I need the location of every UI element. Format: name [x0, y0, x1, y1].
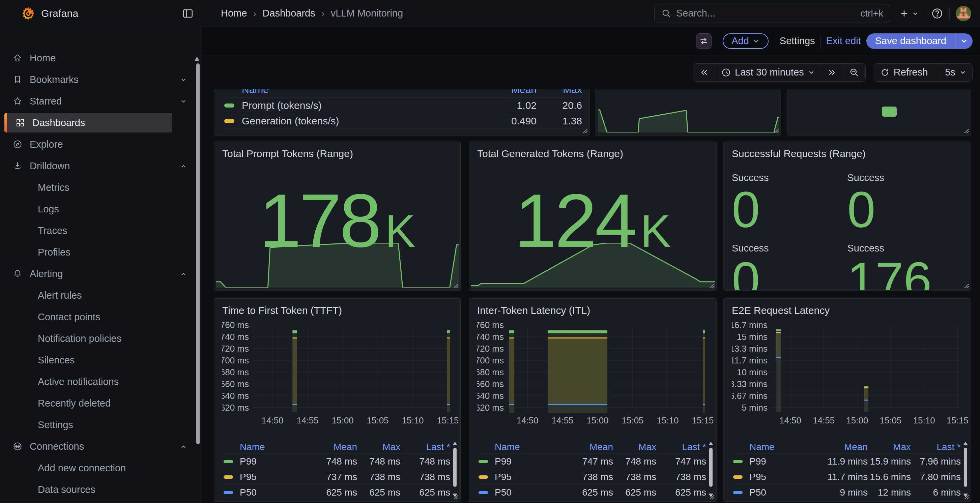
scroll-thumb[interactable]	[964, 448, 967, 487]
refresh-button[interactable]: Refresh	[874, 64, 938, 81]
legend-scrollbar[interactable]	[963, 442, 968, 497]
panel-successful-requests[interactable]: Successful Requests (Range) Success 0 Su…	[723, 141, 971, 290]
sidebar-item-home[interactable]: Home	[0, 47, 202, 69]
breadcrumb-dashboards[interactable]: Dashboards	[262, 8, 315, 19]
sidebar-collapse-icon[interactable]	[182, 8, 194, 19]
scroll-thumb[interactable]	[709, 448, 713, 487]
panel-top-middle-chart[interactable]	[595, 89, 781, 135]
legend-header-name[interactable]: Name	[495, 442, 563, 452]
panel-ttft[interactable]: Time to First Token (TTFT) 760 ms740 ms7…	[214, 298, 461, 501]
legend-header-name[interactable]: Name	[749, 442, 817, 452]
table-header-name[interactable]: Name	[242, 89, 481, 95]
legend-row[interactable]: P99748 ms748 ms748 ms	[222, 454, 450, 469]
chevron-up-icon[interactable]	[180, 268, 186, 279]
panel-total-generated-tokens[interactable]: Total Generated Tokens (Range) 124K	[469, 141, 717, 290]
new-button[interactable]	[899, 8, 919, 19]
legend-row[interactable]: P95737 ms738 ms738 ms	[222, 469, 450, 485]
sidebar-item-metrics[interactable]: Metrics	[0, 177, 202, 198]
legend-header-mean[interactable]: Mean	[307, 442, 357, 452]
legend-row[interactable]: P9911.9 mins15.9 mins7.96 mins	[732, 454, 961, 469]
sidebar-item-traces[interactable]: Traces	[0, 220, 202, 241]
sidebar-scrollbar[interactable]	[196, 63, 200, 444]
panel-resize-handle[interactable]	[772, 126, 779, 133]
legend-row[interactable]: P99747 ms748 ms747 ms	[477, 454, 706, 469]
sidebar-item-silences[interactable]: Silences	[0, 349, 202, 371]
table-row[interactable]: Generation (tokens/s)0.4901.38	[222, 113, 584, 129]
sidebar-item-connections[interactable]: Connections	[0, 436, 202, 457]
legend-scrollbar[interactable]	[452, 442, 458, 497]
legend-header-last[interactable]: Last *	[400, 442, 450, 452]
help-icon[interactable]	[931, 8, 943, 19]
legend-header-mean[interactable]: Mean	[563, 442, 613, 452]
sidebar-item-recently-deleted[interactable]: Recently deleted	[0, 392, 202, 414]
exit-edit-button[interactable]: Exit edit	[826, 35, 861, 46]
panel-resize-handle[interactable]	[581, 126, 588, 133]
table-header-mean[interactable]: Mean	[481, 89, 539, 95]
chevron-down-icon[interactable]	[180, 74, 186, 85]
sidebar-item-active-notifications[interactable]: Active notifications	[0, 371, 202, 392]
legend-scrollbar[interactable]	[708, 442, 714, 497]
sidebar-item-contact-points[interactable]: Contact points	[0, 306, 202, 328]
toggle-edit-pane-icon[interactable]	[696, 33, 711, 49]
sidebar-item-notification-policies[interactable]: Notification policies	[0, 328, 202, 349]
legend-header-max[interactable]: Max	[613, 442, 656, 452]
panel-top-right[interactable]	[788, 89, 971, 135]
legend-row[interactable]: P9511.7 mins15.6 mins7.80 mins	[732, 469, 961, 485]
time-shift-back-icon[interactable]	[694, 64, 715, 81]
legend-row[interactable]: P50625 ms625 ms625 ms	[222, 485, 450, 500]
sidebar-item-explore[interactable]: Explore	[0, 133, 202, 155]
legend-header-last[interactable]: Last *	[656, 442, 706, 452]
scroll-up-icon[interactable]	[963, 442, 968, 445]
sidebar-item-starred[interactable]: Starred	[0, 90, 202, 112]
panel-itl[interactable]: Inter-Token Latency (ITL) 760 ms740 ms72…	[469, 298, 717, 501]
save-dashboard-button[interactable]: Save dashboard	[866, 33, 955, 49]
panel-resize-handle[interactable]	[962, 126, 969, 133]
panel-resize-handle[interactable]	[451, 492, 459, 500]
breadcrumb-home[interactable]: Home	[221, 8, 247, 19]
table-row[interactable]: Prompt (tokens/s)1.0220.6	[222, 98, 584, 113]
sidebar-item-alert-rules[interactable]: Alert rules	[0, 284, 202, 306]
legend-header-max[interactable]: Max	[357, 442, 400, 452]
legend-header-last[interactable]: Last *	[911, 442, 961, 452]
panel-resize-handle[interactable]	[707, 281, 714, 289]
sidebar-item-alerting[interactable]: Alerting	[0, 263, 202, 284]
time-shift-forward-icon[interactable]	[821, 64, 843, 81]
sidebar-scroll-up-icon[interactable]	[194, 57, 199, 61]
settings-button[interactable]: Settings	[780, 35, 815, 46]
save-dashboard-dropdown-icon[interactable]	[955, 33, 972, 49]
sidebar-item-administration[interactable]: Administration	[0, 500, 202, 503]
sidebar-item-data-sources[interactable]: Data sources	[0, 479, 202, 500]
chevron-up-icon[interactable]	[180, 441, 186, 452]
panel-resize-handle[interactable]	[962, 281, 969, 289]
sidebar-item-dashboards[interactable]: Dashboards	[5, 113, 172, 132]
sidebar-item-settings[interactable]: Settings	[0, 414, 202, 436]
sidebar-item-drilldown[interactable]: Drilldown	[0, 155, 202, 177]
scroll-up-icon[interactable]	[453, 442, 457, 445]
search-input[interactable]: Search... ctrl+k	[654, 4, 890, 23]
zoom-out-icon[interactable]	[843, 64, 865, 81]
panel-resize-handle[interactable]	[451, 281, 459, 289]
sidebar-item-add-new-connection[interactable]: Add new connection	[0, 457, 202, 479]
table-header-max[interactable]: Max	[539, 89, 584, 95]
sidebar-item-bookmarks[interactable]: Bookmarks	[0, 69, 202, 90]
chevron-up-icon[interactable]	[180, 160, 186, 171]
legend-header-name[interactable]: Name	[240, 442, 307, 452]
panel-token-throughput[interactable]: NameMeanMaxPrompt (tokens/s)1.0220.6Gene…	[214, 89, 590, 135]
legend-header-max[interactable]: Max	[868, 442, 911, 452]
legend-row[interactable]: P50625 ms625 ms625 ms	[477, 485, 706, 500]
panel-total-prompt-tokens[interactable]: Total Prompt Tokens (Range) 178K	[214, 141, 461, 290]
time-range-picker[interactable]: Last 30 minutes	[715, 64, 821, 81]
legend-row[interactable]: P509 mins12 mins6 mins	[732, 485, 961, 500]
panel-resize-handle[interactable]	[962, 492, 969, 500]
panel-resize-handle[interactable]	[707, 492, 714, 500]
chevron-down-icon[interactable]	[180, 96, 186, 107]
grafana-logo[interactable]	[21, 6, 36, 21]
legend-row[interactable]: P95738 ms738 ms738 ms	[477, 469, 706, 485]
avatar[interactable]	[956, 6, 971, 21]
sidebar-item-logs[interactable]: Logs	[0, 198, 202, 220]
panel-e2e-latency[interactable]: E2E Request Latency 16.7 mins15 mins13.3…	[723, 298, 971, 501]
legend-header-mean[interactable]: Mean	[817, 442, 868, 452]
scroll-up-icon[interactable]	[708, 442, 713, 445]
sidebar-item-profiles[interactable]: Profiles	[0, 241, 202, 263]
refresh-interval-picker[interactable]: 5s	[938, 64, 972, 81]
